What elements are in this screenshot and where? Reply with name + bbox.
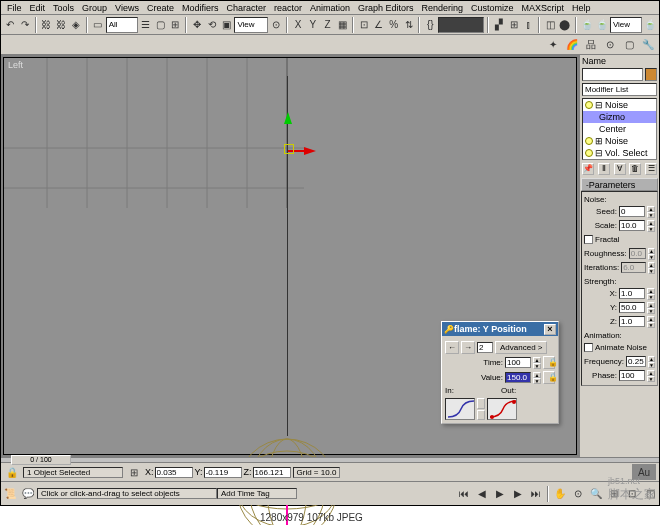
menu-character[interactable]: Character — [222, 3, 270, 13]
render-view-select[interactable]: View — [610, 17, 642, 33]
key-index-input[interactable]: 2 — [477, 342, 493, 353]
menu-rendering[interactable]: Rendering — [418, 3, 468, 13]
advanced-button[interactable]: Advanced > — [495, 341, 547, 354]
goto-start-button[interactable]: ⏮ — [455, 485, 473, 503]
phase-spinner[interactable]: ▲▼ — [647, 370, 655, 381]
menu-views[interactable]: Views — [111, 3, 143, 13]
bulb-icon[interactable] — [585, 101, 593, 109]
menu-animation[interactable]: Animation — [306, 3, 354, 13]
fractal-checkbox[interactable] — [584, 235, 593, 244]
configure-button[interactable]: ☰ — [645, 163, 657, 175]
gizmo-x-arrow-icon[interactable] — [304, 147, 320, 155]
menu-create[interactable]: Create — [143, 3, 178, 13]
filter-select[interactable]: All — [106, 17, 138, 33]
restrict-y-button[interactable]: Y — [306, 16, 320, 34]
menu-group[interactable]: Group — [78, 3, 111, 13]
gizmo-xy-plane[interactable] — [284, 144, 294, 154]
align-button[interactable]: ⫿ — [522, 16, 536, 34]
goto-end-button[interactable]: ⏭ — [527, 485, 545, 503]
prev-key-button[interactable]: ← — [445, 341, 459, 354]
y-input[interactable] — [204, 467, 242, 478]
frequency-spinner[interactable]: ▲▼ — [648, 356, 655, 367]
menu-grapheditors[interactable]: Graph Editors — [354, 3, 418, 13]
close-icon[interactable]: × — [544, 324, 556, 335]
menu-tools[interactable]: Tools — [49, 3, 78, 13]
cmdtab-hierarchy-icon[interactable]: 品 — [582, 36, 600, 54]
cmdtab-display-icon[interactable]: ▢ — [620, 36, 638, 54]
lock-button[interactable]: 🔒 — [3, 463, 21, 481]
time-input[interactable]: 100 — [505, 357, 531, 368]
unlink-button[interactable]: ⛓ — [54, 16, 68, 34]
name-input[interactable] — [582, 68, 643, 81]
value-input[interactable]: 150.0 — [505, 372, 531, 383]
seed-spinner[interactable]: ▲▼ — [647, 206, 655, 217]
script-button[interactable]: 📜 — [1, 485, 19, 503]
modifier-list-select[interactable]: Modifier List — [582, 83, 657, 96]
gizmo-y-axis[interactable] — [287, 76, 288, 436]
show-result-button[interactable]: Ⅱ — [598, 163, 610, 175]
value-spinner[interactable]: ▲▼ — [533, 372, 541, 383]
prev-frame-button[interactable]: ◀ — [473, 485, 491, 503]
cmdtab-create-icon[interactable]: ✦ — [544, 36, 562, 54]
scale-spinner[interactable]: ▲▼ — [647, 220, 655, 231]
arc-rotate-button[interactable]: ⊙ — [569, 485, 587, 503]
menu-customize[interactable]: Customize — [467, 3, 518, 13]
x-input[interactable] — [155, 467, 193, 478]
stack-noise-1[interactable]: ⊟Noise — [583, 99, 656, 111]
pivot-button[interactable]: ⊙ — [269, 16, 283, 34]
modifier-stack[interactable]: ⊟Noise Gizmo Center ⊞Noise ⊟Vol. Select — [582, 98, 657, 160]
mirror-button[interactable]: ▞ — [492, 16, 506, 34]
pin-stack-button[interactable]: 📌 — [582, 163, 594, 175]
bulb-icon[interactable] — [585, 149, 593, 157]
menu-reactor[interactable]: reactor — [270, 3, 306, 13]
value-lock-button[interactable]: 🔒 — [543, 371, 555, 384]
frequency-input[interactable]: 0.25 — [626, 356, 646, 367]
stack-gizmo-1[interactable]: Gizmo — [583, 111, 656, 123]
angle-snap-button[interactable]: ∠ — [372, 16, 386, 34]
time-spinner[interactable]: ▲▼ — [533, 357, 541, 368]
abs-rel-button[interactable]: ⊞ — [125, 463, 143, 481]
key-info-dialog[interactable]: 🔑 flame: Y Position× ← → 2 Advanced > Ti… — [441, 321, 559, 424]
scale-button[interactable]: ▣ — [220, 16, 234, 34]
next-frame-button[interactable]: ▶ — [509, 485, 527, 503]
cmdtab-utilities-icon[interactable]: 🔧 — [639, 36, 657, 54]
cmdtab-modify-icon[interactable]: 🌈 — [563, 36, 581, 54]
strength-x-input[interactable]: 1.0 — [619, 288, 645, 299]
timeline[interactable]: 0 / 100 — [1, 458, 659, 463]
restrict-x-button[interactable]: X — [291, 16, 305, 34]
parameters-rollout-header[interactable]: - Parameters — [581, 178, 658, 191]
rotate-button[interactable]: ⟲ — [205, 16, 219, 34]
time-slider[interactable]: 0 / 100 — [11, 455, 71, 465]
bind-button[interactable]: ◈ — [69, 16, 83, 34]
time-lock-button[interactable]: 🔒 — [543, 356, 555, 369]
restrict-z-button[interactable]: Z — [321, 16, 335, 34]
refcoord-select[interactable]: View — [234, 17, 268, 33]
render-scene-button[interactable]: 🍵 — [580, 16, 594, 34]
named-sets-button[interactable]: {} — [423, 16, 437, 34]
zoom-button[interactable]: 🔍 — [587, 485, 605, 503]
link-button[interactable]: ⛓ — [40, 16, 54, 34]
seed-input[interactable]: 0 — [619, 206, 645, 217]
pan-button[interactable]: ✋ — [551, 485, 569, 503]
select-rect-button[interactable]: ▢ — [153, 16, 167, 34]
tangent-copy-right[interactable] — [477, 410, 485, 421]
phase-input[interactable]: 100 — [619, 370, 645, 381]
select-name-button[interactable]: ☰ — [139, 16, 153, 34]
z-input[interactable] — [253, 467, 291, 478]
out-tangent-button[interactable] — [487, 398, 517, 420]
spinner-snap-button[interactable]: ⇅ — [402, 16, 416, 34]
strength-z-spinner[interactable]: ▲▼ — [647, 316, 655, 327]
menu-maxscript[interactable]: MAXScript — [518, 3, 569, 13]
bulb-icon[interactable] — [585, 137, 593, 145]
material-button[interactable]: ⬤ — [558, 16, 572, 34]
prompt-button[interactable]: 💬 — [19, 485, 37, 503]
restrict-xy-button[interactable]: ▦ — [336, 16, 350, 34]
stack-volselect[interactable]: ⊟Vol. Select — [583, 147, 656, 159]
time-tag[interactable]: Add Time Tag — [217, 488, 297, 499]
window-crossing-button[interactable]: ⊞ — [168, 16, 182, 34]
animate-noise-checkbox[interactable] — [584, 343, 593, 352]
select-button[interactable]: ▭ — [91, 16, 105, 34]
gizmo-y-arrow-icon[interactable] — [284, 108, 292, 124]
menu-help[interactable]: Help — [568, 3, 595, 13]
dialog-titlebar[interactable]: 🔑 flame: Y Position× — [442, 322, 558, 336]
